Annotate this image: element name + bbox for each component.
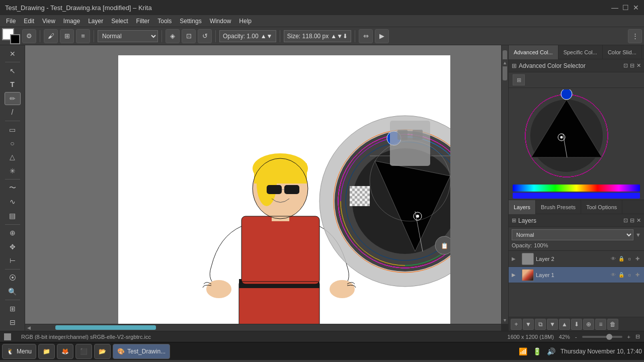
layer-down-button[interactable]: ▼ [547, 319, 558, 330]
size-up-arrow[interactable]: ▲ [331, 33, 337, 40]
statusbar-extra-icon[interactable]: ⊟ [635, 333, 640, 340]
fill-tool-button[interactable]: ▤ [5, 209, 21, 222]
acs-float-button[interactable]: ⊟ [630, 62, 634, 69]
eyedropper-tool-button[interactable]: ⦿ [5, 272, 21, 284]
layer-item-1[interactable]: ▶ Layer 1 👁 🔒 α ✚ [509, 267, 644, 283]
close-panel-button[interactable]: ✕ [5, 47, 21, 60]
menu-select[interactable]: Select [107, 17, 132, 26]
brush-options-button[interactable]: ⊞ [60, 29, 74, 43]
drawing-canvas-svg[interactable]: 📋 [118, 55, 450, 324]
menu-edit[interactable]: Edit [20, 17, 38, 26]
erase-button[interactable]: ◈ [166, 29, 180, 43]
tab-layers[interactable]: Layers [509, 200, 536, 214]
layers-expand-button[interactable]: ⊡ [623, 217, 628, 224]
tab-specific-color[interactable]: Specific Col... [558, 45, 603, 59]
layer2-alpha-icon[interactable]: α [626, 255, 633, 262]
close-button[interactable]: ✕ [633, 4, 639, 12]
size-extra-arrow[interactable]: ⬇ [343, 33, 348, 40]
layer-opacity-value[interactable]: 100% [534, 242, 548, 248]
mirror-h-button[interactable]: ⇔ [359, 29, 373, 43]
zoom-out-icon[interactable]: - [575, 334, 577, 340]
zoom-in-icon[interactable]: + [627, 334, 630, 340]
grid-tool-button[interactable]: ⊞ [5, 302, 21, 315]
select-tool-button[interactable]: ↖ [5, 64, 21, 77]
vertical-scrollbar[interactable] [501, 45, 508, 324]
tab-brush-presets[interactable]: Brush Presets [536, 200, 581, 214]
layer2-eye-icon[interactable]: 👁 [610, 255, 617, 262]
minimize-button[interactable]: — [611, 4, 618, 12]
size-value[interactable]: 118.00 px [302, 33, 329, 40]
maximize-button[interactable]: ☐ [622, 4, 629, 12]
opacity-down-arrow[interactable]: ▼ [267, 33, 273, 40]
move-layer-up-button[interactable]: ▲ [559, 319, 570, 330]
taskbar-terminal-button[interactable]: ⬛ [75, 344, 92, 359]
tab-color-sliders[interactable]: Color Slid... [603, 45, 642, 59]
menu-layer[interactable]: Layer [84, 17, 107, 26]
color-wheel-svg[interactable] [509, 89, 624, 183]
brush-editor-button[interactable]: ≡ [76, 29, 90, 43]
scroll-down-button[interactable]: ▼ [501, 317, 508, 324]
layer1-alpha-icon[interactable]: α [626, 272, 633, 279]
rect-tool-button[interactable]: ▭ [5, 123, 21, 136]
tab-advanced-color[interactable]: Advanced Col... [509, 45, 558, 59]
layers-float-button[interactable]: ⊟ [630, 217, 634, 224]
brush-preset-button[interactable]: 🖌 [44, 29, 58, 43]
toolbar-settings-button[interactable]: ⋮ [628, 29, 642, 43]
polygon-tool-button[interactable]: △ [5, 151, 21, 163]
battery-icon[interactable]: 🔋 [532, 346, 542, 356]
path-tool-button[interactable]: ✳ [5, 164, 21, 177]
freehand-tool-button[interactable]: 〜 [5, 182, 21, 194]
color-hue-strip[interactable] [513, 185, 640, 192]
size-down-arrow[interactable]: ▼ [337, 33, 343, 40]
ruler-tool-button[interactable]: ⊢ [5, 254, 21, 266]
network-icon[interactable]: 📶 [518, 346, 528, 356]
acs-expand-button[interactable]: ⊡ [623, 62, 628, 69]
taskbar-files-button[interactable]: 📁 [38, 344, 55, 359]
text-tool-button[interactable]: T [5, 78, 21, 91]
layers-close-button[interactable]: ✕ [636, 217, 641, 224]
ellipse-tool-button[interactable]: ○ [5, 137, 21, 149]
blend-mode-select[interactable]: Normal Multiply Screen Overlay [98, 30, 158, 42]
taskbar-krita-button[interactable]: 🎨 Test_Drawin... [113, 344, 170, 359]
blue-value-strip[interactable] [513, 193, 640, 199]
zoom-tool-button[interactable]: 🔍 [5, 285, 21, 298]
zoom-slider[interactable] [582, 336, 622, 338]
delete-layer-button[interactable]: 🗑 [607, 319, 618, 330]
layer-options-button[interactable]: ≡ [595, 319, 606, 330]
taskbar-menu-button[interactable]: 🐧 Menu [2, 344, 36, 359]
acs-close-button[interactable]: ✕ [636, 62, 641, 69]
all-tools-button[interactable]: ⊟ [5, 316, 21, 329]
reset-button[interactable]: ↺ [198, 29, 212, 43]
alpha-lock-button[interactable]: ⊡ [182, 29, 196, 43]
move-tool-button[interactable]: ✥ [5, 240, 21, 253]
layer1-lock-icon[interactable]: 🔒 [618, 272, 625, 279]
color-wheel-container[interactable] [509, 88, 624, 184]
layer2-pin-icon[interactable]: ✚ [634, 255, 641, 262]
taskbar-folder-button[interactable]: 📂 [94, 344, 111, 359]
volume-icon[interactable]: 🔊 [546, 346, 556, 356]
horizontal-scrollbar[interactable] [25, 324, 501, 331]
color-settings-button[interactable]: ⚙ [22, 29, 36, 43]
menu-settings[interactable]: Settings [176, 17, 205, 26]
menu-window[interactable]: Window [206, 17, 235, 26]
duplicate-layer-button[interactable]: ⧉ [535, 319, 546, 330]
menu-file[interactable]: File [2, 17, 20, 26]
layer-item-2[interactable]: ▶ Layer 2 👁 🔒 α ✚ [509, 251, 644, 267]
add-layer-button[interactable]: + [511, 319, 522, 330]
transform-tool-button[interactable]: ⊕ [5, 227, 21, 239]
mirror-v-button[interactable]: ▶ [375, 29, 389, 43]
menu-tools[interactable]: Tools [153, 17, 176, 26]
scroll-up-button[interactable]: ▲ [501, 59, 508, 66]
canvas-content[interactable]: 📋 [25, 45, 501, 324]
line-tool-button[interactable]: / [5, 106, 21, 119]
taskbar-browser-button[interactable]: 🦊 [57, 344, 73, 359]
menu-image[interactable]: Image [59, 17, 84, 26]
menu-view[interactable]: View [38, 17, 59, 26]
layer-blend-mode-select[interactable]: Normal [512, 229, 633, 240]
scroll-left-button[interactable]: ◀ [25, 324, 32, 331]
zoom-thumb[interactable] [606, 334, 612, 340]
background-color-swatch[interactable] [10, 34, 20, 44]
merge-layer-button[interactable]: ⊕ [583, 319, 594, 330]
opacity-value[interactable]: 1.00 [247, 33, 258, 40]
horizontal-scroll-thumb[interactable] [55, 325, 156, 330]
